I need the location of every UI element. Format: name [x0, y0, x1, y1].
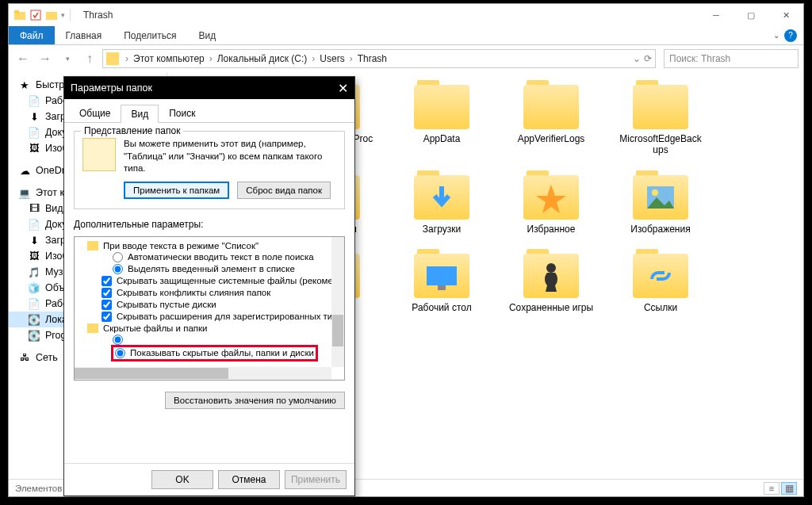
properties-icon[interactable]	[29, 9, 42, 21]
dialog-tab-view[interactable]: Вид	[121, 105, 159, 123]
scrollbar-vertical[interactable]	[331, 237, 344, 367]
refresh-icon[interactable]: ⟳	[644, 53, 652, 64]
svg-point-16	[546, 263, 556, 273]
folder-item[interactable]: AppData	[399, 85, 485, 156]
folder-icon	[414, 85, 469, 129]
folder-icon	[633, 175, 688, 220]
titlebar: ▾ Thrash ─ ▢ ✕	[9, 4, 803, 26]
scrollbar-horizontal[interactable]	[75, 367, 331, 380]
folder-label: AppData	[423, 134, 461, 145]
folder-icon	[633, 85, 688, 129]
folder-label: Сохраненные игры	[509, 303, 593, 314]
breadcrumb[interactable]: Этот компьютер	[130, 53, 208, 64]
advanced-setting-row[interactable]: Скрытые файлы и папки	[78, 323, 343, 334]
checkbox[interactable]	[102, 300, 112, 310]
advanced-setting-row[interactable]: Скрывать защищенные системные файлы (рек…	[78, 275, 343, 287]
ribbon-collapse-icon[interactable]: ⌄	[773, 31, 779, 40]
dialog-tab-general[interactable]: Общие	[69, 104, 121, 122]
address-bar[interactable]: › Этот компьютер› Локальный диск (C:)› U…	[102, 49, 656, 68]
ribbon-tab-view[interactable]: Вид	[187, 26, 227, 44]
advanced-setting-row[interactable]: Скрывать расширения для зарегистрированн…	[78, 311, 343, 323]
breadcrumb[interactable]: Users	[316, 53, 347, 64]
folder-icon	[414, 254, 469, 298]
quick-access-toolbar: ▾	[9, 9, 77, 21]
nav-forward[interactable]: →	[36, 49, 55, 68]
folder-label: Рабочий стол	[412, 303, 471, 314]
folder-icon	[87, 241, 98, 251]
ok-button[interactable]: OK	[151, 470, 213, 489]
checkbox[interactable]	[102, 312, 112, 322]
advanced-setting-row[interactable]: Показывать скрытые файлы, папки и диски	[78, 346, 343, 361]
folder-item[interactable]: MicrosoftEdgeBackups	[618, 85, 703, 156]
breadcrumb[interactable]: Локальный диск (C:)	[214, 53, 311, 64]
dialog-tab-search[interactable]: Поиск	[159, 104, 205, 122]
folder-item[interactable]: Загрузки	[399, 175, 485, 235]
folder-label: AppVerifierLogs	[518, 134, 585, 145]
folder-label: Изображения	[630, 224, 690, 235]
dialog-title: Параметры папок	[71, 82, 152, 94]
folder-icon	[414, 175, 469, 220]
folder-label: Избранное	[527, 224, 576, 235]
svg-rect-2	[31, 10, 40, 20]
advanced-setting-row[interactable]: Автоматически вводить текст в поле поиск…	[78, 251, 343, 263]
view-icons-button[interactable]: ▦	[781, 482, 797, 495]
folder-views-groupbox: Представление папок Вы можете применить …	[74, 131, 345, 209]
advanced-setting-row[interactable]: Не показывать скрытые файлы, папки и дис…	[78, 334, 343, 346]
qat-overflow[interactable]: ▾	[61, 11, 65, 19]
svg-rect-3	[46, 12, 57, 20]
svg-point-11	[652, 189, 658, 196]
folder-icon	[523, 85, 579, 129]
addr-dropdown-icon[interactable]: ⌄	[633, 53, 641, 64]
groupbox-text: Вы можете применить этот вид (например, …	[124, 138, 336, 175]
maximize-button[interactable]: ▢	[733, 4, 768, 26]
dialog-footer: OK Отмена Применить	[64, 463, 354, 495]
folder-item[interactable]: Ссылки	[618, 254, 703, 325]
apply-to-folders-button[interactable]: Применить к папкам	[124, 182, 229, 199]
nav-back[interactable]: ←	[13, 49, 33, 68]
ribbon-tab-home[interactable]: Главная	[55, 26, 113, 44]
breadcrumb[interactable]: Thrash	[354, 53, 390, 64]
nav-up[interactable]: ↑	[80, 49, 99, 68]
view-details-button[interactable]: ≡	[764, 482, 779, 495]
advanced-setting-row[interactable]: Скрывать пустые диски	[78, 299, 343, 311]
folder-views-icon	[82, 138, 116, 171]
search-input[interactable]: Поиск: Thrash	[664, 49, 799, 68]
radio[interactable]	[113, 264, 123, 274]
advanced-setting-row[interactable]: При вводе текста в режиме "Список"	[78, 240, 343, 251]
radio[interactable]	[115, 348, 125, 358]
folder-item[interactable]: AppVerifierLogs	[508, 85, 594, 156]
ribbon-file-tab[interactable]: Файл	[9, 26, 55, 44]
folder-item[interactable]: Избранное	[508, 175, 594, 235]
cancel-button[interactable]: Отмена	[218, 470, 280, 489]
checkbox[interactable]	[102, 276, 112, 286]
dialog-titlebar: Параметры папок ✕	[64, 77, 354, 99]
folder-icon	[13, 9, 26, 21]
svg-rect-15	[438, 285, 446, 290]
ribbon-tab-share[interactable]: Поделиться	[113, 26, 187, 44]
advanced-label: Дополнительные параметры:	[74, 219, 345, 230]
advanced-settings-list[interactable]: При вводе текста в режиме "Список"Автома…	[74, 236, 345, 381]
folder-item[interactable]: Рабочий стол	[399, 254, 485, 325]
apply-button[interactable]: Применить	[285, 470, 347, 489]
minimize-button[interactable]: ─	[699, 4, 733, 26]
nav-recent[interactable]: ▾	[58, 49, 77, 68]
close-button[interactable]: ✕	[768, 4, 803, 26]
folder-icon	[87, 323, 98, 333]
radio[interactable]	[113, 335, 123, 345]
dialog-close-icon[interactable]: ✕	[338, 81, 348, 96]
ribbon: Файл Главная Поделиться Вид ⌄ ?	[9, 26, 803, 45]
restore-defaults-button[interactable]: Восстановить значения по умолчанию	[165, 392, 345, 409]
status-text: Элементов	[15, 484, 62, 493]
checkbox[interactable]	[102, 288, 112, 298]
nav-row: ← → ▾ ↑ › Этот компьютер› Локальный диск…	[9, 45, 803, 72]
folder-icon	[523, 175, 579, 220]
folder-item[interactable]: Изображения	[618, 175, 703, 235]
radio[interactable]	[113, 252, 123, 262]
advanced-setting-row[interactable]: Скрывать конфликты слияния папок	[78, 287, 343, 299]
star-icon: ★	[18, 78, 31, 91]
advanced-setting-row[interactable]: Выделять введенный элемент в списке	[78, 263, 343, 275]
folder-item[interactable]: Сохраненные игры	[508, 254, 594, 325]
folder-label: MicrosoftEdgeBackups	[618, 134, 703, 156]
help-icon[interactable]: ?	[784, 29, 797, 42]
reset-folders-button[interactable]: Сброс вида папок	[237, 182, 331, 199]
